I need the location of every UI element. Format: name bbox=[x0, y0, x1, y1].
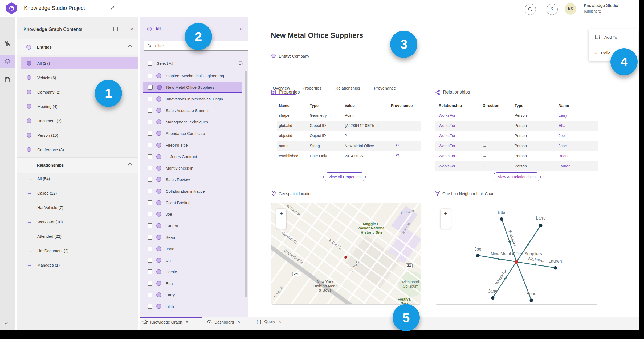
chart-node[interactable] bbox=[539, 224, 543, 227]
item-checkbox[interactable] bbox=[148, 97, 152, 101]
item-checkbox[interactable] bbox=[148, 154, 152, 159]
list-item[interactable]: Collaboration initiative bbox=[143, 185, 242, 197]
list-item[interactable]: Sales Review bbox=[143, 174, 242, 185]
list-item[interactable]: Beau bbox=[143, 232, 242, 243]
list-item[interactable]: Joe bbox=[143, 208, 242, 220]
list-item[interactable]: Lauren bbox=[143, 220, 242, 231]
sidebar-item-hasvehicle[interactable]: →HasVehicle (7) bbox=[21, 201, 138, 213]
item-checkbox[interactable] bbox=[148, 304, 152, 309]
item-checkbox[interactable] bbox=[148, 223, 152, 228]
sidebar-item-manages[interactable]: →Manages (1) bbox=[21, 259, 138, 271]
item-checkbox[interactable] bbox=[148, 212, 152, 216]
collapse-panel-icon[interactable]: « bbox=[240, 26, 243, 32]
item-checkbox[interactable] bbox=[148, 177, 152, 182]
menu-item-add-to[interactable]: Add To bbox=[594, 34, 617, 40]
list-item[interactable]: Client Briefing bbox=[143, 197, 242, 208]
item-checkbox[interactable] bbox=[148, 108, 152, 113]
document-tab-knowledge-graph[interactable]: Knowledge Graph✕ bbox=[142, 319, 189, 325]
rel-name-link[interactable]: Lauren bbox=[559, 164, 570, 168]
view-all-properties-button[interactable]: View All Properties bbox=[323, 172, 366, 181]
item-checkbox[interactable] bbox=[148, 247, 152, 251]
chart-node[interactable] bbox=[500, 217, 503, 221]
sidebar-item-attended[interactable]: →Attended (22) bbox=[21, 230, 138, 242]
document-tab-dashboard[interactable]: Dashboard✕ bbox=[207, 319, 240, 325]
avatar[interactable]: KS bbox=[565, 3, 576, 15]
rel-name-link[interactable]: Beau bbox=[559, 154, 568, 158]
save-icon[interactable] bbox=[0, 74, 15, 86]
chart-center-node[interactable] bbox=[515, 260, 518, 264]
item-checkbox[interactable] bbox=[148, 189, 152, 193]
schema-icon[interactable] bbox=[0, 37, 15, 50]
item-checkbox[interactable] bbox=[148, 85, 153, 90]
rel-name-link[interactable]: Jane bbox=[559, 144, 567, 148]
zoom-in-button[interactable]: + bbox=[441, 209, 451, 219]
item-checkbox[interactable] bbox=[148, 131, 152, 136]
sidebar-item-worksfor[interactable]: →WorksFor (10) bbox=[21, 216, 138, 228]
list-item[interactable]: L. Jones Contract bbox=[143, 151, 242, 162]
list-item[interactable]: Jane bbox=[143, 243, 242, 254]
section-header-entities[interactable]: Entities bbox=[17, 39, 138, 55]
add-selected-icon[interactable] bbox=[238, 60, 244, 66]
item-checkbox[interactable] bbox=[148, 143, 152, 147]
list-item[interactable]: Etta bbox=[143, 278, 242, 289]
list-item[interactable]: Managment Techniques bbox=[143, 116, 242, 127]
list-item[interactable]: Lilith bbox=[143, 301, 242, 312]
close-tab-icon[interactable]: ✕ bbox=[278, 320, 282, 324]
item-checkbox[interactable] bbox=[148, 166, 152, 170]
tab-provenance[interactable]: Provenance bbox=[374, 86, 396, 91]
search-button[interactable] bbox=[525, 4, 536, 15]
tab-properties[interactable]: Properties bbox=[303, 86, 321, 91]
zoom-out-button[interactable]: − bbox=[441, 219, 451, 229]
item-checkbox[interactable] bbox=[148, 200, 152, 205]
select-all-checkbox[interactable] bbox=[148, 61, 152, 66]
sidebar-item-hasdocument[interactable]: →HasDocument (2) bbox=[21, 244, 138, 257]
chart-node[interactable] bbox=[476, 254, 480, 257]
list-item[interactable]: Innovations in Mechanical Engin... bbox=[143, 93, 242, 104]
menu-item-colla[interactable]: »Colla bbox=[594, 50, 610, 56]
list-item[interactable]: Attendance Certificate bbox=[143, 128, 242, 139]
help-button[interactable]: ? bbox=[547, 4, 558, 15]
layers-icon[interactable] bbox=[0, 55, 15, 68]
sidebar-item-vehicle[interactable]: Vehicle (6) bbox=[21, 71, 138, 84]
sidebar-item-document[interactable]: Document (2) bbox=[21, 115, 138, 127]
provenance-flag-icon[interactable] bbox=[394, 154, 399, 158]
sidebar-item-called[interactable]: →Called (12) bbox=[21, 187, 138, 199]
item-checkbox[interactable] bbox=[148, 235, 152, 240]
list-item[interactable]: Larry bbox=[143, 289, 242, 300]
rel-name-link[interactable]: Joe bbox=[559, 134, 565, 138]
item-checkbox[interactable] bbox=[148, 281, 152, 286]
collapse-section-icon[interactable] bbox=[128, 45, 132, 49]
list-scrollbar[interactable] bbox=[245, 71, 247, 297]
list-item[interactable]: Sales Associate Summit bbox=[143, 105, 242, 116]
geospatial-map[interactable]: W Clay StN 3rd StN 4th StMaggie L. Walke… bbox=[271, 203, 421, 305]
rel-name-link[interactable]: Larry bbox=[559, 113, 567, 118]
list-item[interactable]: Montly check-in bbox=[143, 162, 242, 173]
item-checkbox[interactable] bbox=[148, 74, 152, 78]
relationship-link[interactable]: WorksFor bbox=[439, 164, 455, 168]
add-to-new-map-icon[interactable] bbox=[112, 26, 119, 33]
chart-node[interactable] bbox=[553, 266, 557, 269]
sidebar-item-all[interactable]: All (27) bbox=[21, 57, 138, 69]
provenance-flag-icon[interactable] bbox=[394, 143, 399, 148]
sidebar-item-conference[interactable]: Conference (3) bbox=[21, 143, 138, 156]
zoom-out-button[interactable]: − bbox=[276, 219, 286, 229]
tab-relationships[interactable]: Relationships bbox=[335, 86, 360, 91]
sidebar-item-meeting[interactable]: Meeting (4) bbox=[21, 100, 138, 112]
zoom-in-button[interactable]: + bbox=[276, 209, 286, 219]
collapse-section-icon[interactable] bbox=[128, 163, 132, 167]
one-hop-link-chart[interactable]: EttaLarryJoeLaurenJaneBeauNew Metal Offi… bbox=[435, 203, 598, 305]
sidebar-item-person[interactable]: Person (10) bbox=[21, 129, 138, 141]
expand-rail-icon[interactable]: » bbox=[5, 319, 8, 325]
sidebar-item-all[interactable]: →All (54) bbox=[21, 172, 138, 185]
list-item[interactable]: Persie bbox=[143, 266, 242, 277]
chart-node[interactable] bbox=[491, 296, 495, 300]
list-item[interactable]: Staplers Mechanical Engineering bbox=[143, 70, 242, 81]
item-checkbox[interactable] bbox=[148, 120, 152, 124]
relationship-link[interactable]: WorksFor bbox=[439, 144, 455, 148]
relationship-link[interactable]: WorksFor bbox=[439, 113, 455, 118]
item-checkbox[interactable] bbox=[148, 293, 152, 297]
item-checkbox[interactable] bbox=[148, 258, 152, 263]
list-item[interactable]: Firebird Title bbox=[143, 139, 242, 151]
rel-name-link[interactable]: Etta bbox=[559, 123, 565, 128]
select-all-row[interactable]: Select All bbox=[148, 61, 173, 66]
